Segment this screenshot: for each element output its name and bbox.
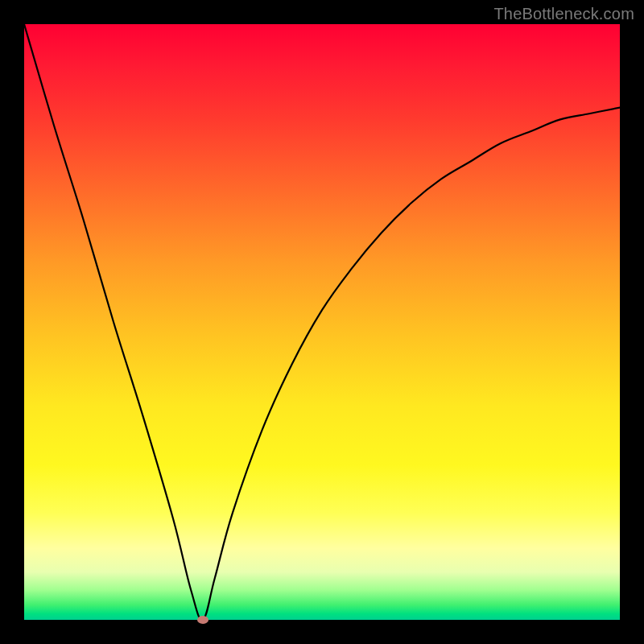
chart-frame: TheBottleneck.com	[0, 0, 644, 644]
plot-area	[24, 24, 620, 620]
bottleneck-curve	[24, 24, 620, 620]
minimum-marker	[197, 616, 208, 624]
watermark-text: TheBottleneck.com	[493, 5, 634, 23]
